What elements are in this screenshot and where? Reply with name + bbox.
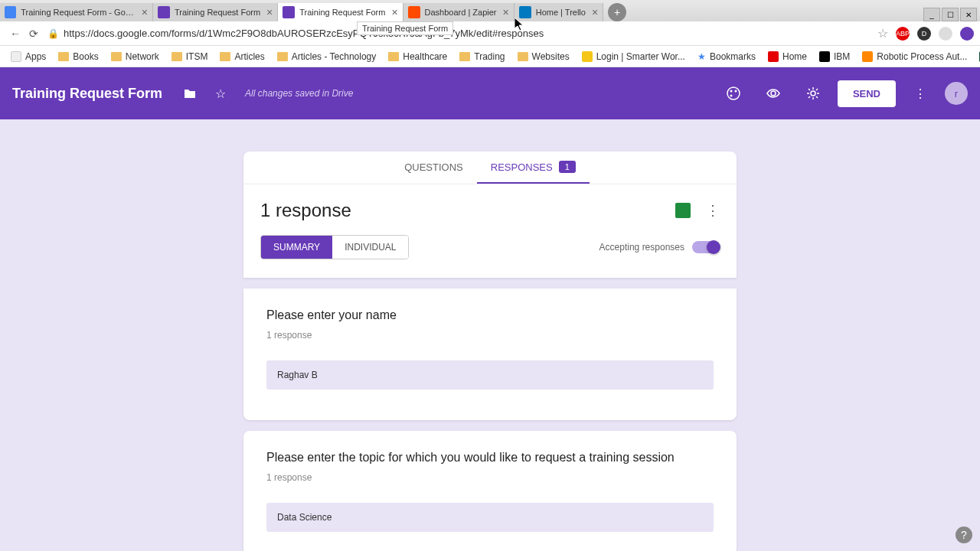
accepting-toggle[interactable] xyxy=(692,241,720,253)
forms-header: Training Request Form ☆ All changes save… xyxy=(0,67,980,119)
bookmark-item[interactable]: IBM xyxy=(815,50,854,64)
back-button[interactable]: ← xyxy=(6,24,24,43)
window-controls: _ ☐ ✕ xyxy=(923,8,980,21)
question-sub: 1 response xyxy=(266,330,714,341)
bookmark-item[interactable]: Healthcare xyxy=(384,50,452,64)
send-button[interactable]: SEND xyxy=(838,80,896,107)
browser-tab[interactable]: Training Request Form × xyxy=(153,3,278,21)
bookmark-item[interactable]: ★Bookmarks xyxy=(693,50,760,64)
form-tabs-card: QUESTIONS RESPONSES 1 xyxy=(243,152,737,184)
svg-point-3 xyxy=(730,95,732,97)
browser-tab-strip: Training Request Form - Google × Trainin… xyxy=(0,0,980,21)
bookmark-item[interactable]: Django Community xyxy=(975,50,980,64)
folder-icon xyxy=(58,52,69,61)
view-toggle: SUMMARY INDIVIDUAL xyxy=(260,235,409,259)
bookmark-item[interactable]: Books xyxy=(54,50,103,64)
settings-icon[interactable] xyxy=(804,84,822,103)
close-icon[interactable]: × xyxy=(385,6,397,18)
help-button[interactable]: ? xyxy=(956,527,972,543)
bookmark-item[interactable]: Websites xyxy=(513,50,574,64)
favicon-icon xyxy=(519,6,531,18)
site-icon xyxy=(768,51,779,62)
tab-questions[interactable]: QUESTIONS xyxy=(390,152,477,184)
url-text[interactable]: https://docs.google.com/forms/d/1Wmc2F9O… xyxy=(64,28,877,39)
tab-responses-label: RESPONSES xyxy=(491,161,553,173)
question-sub: 1 response xyxy=(266,472,714,483)
browser-tab-active[interactable]: Training Request Form × xyxy=(278,3,403,21)
question-title: Please enter the topic for which you wou… xyxy=(266,451,714,465)
answer-value: Raghav B xyxy=(266,360,714,390)
reload-button[interactable]: ⟳ xyxy=(24,24,43,43)
profile-icon[interactable] xyxy=(960,27,974,41)
site-icon xyxy=(819,51,830,62)
abp-icon[interactable]: ABP xyxy=(896,27,910,41)
bookmark-apps[interactable]: Apps xyxy=(6,50,51,64)
responses-header-card: 1 response ⋮ SUMMARY INDIVIDUAL Acceptin… xyxy=(243,184,737,278)
form-canvas: QUESTIONS RESPONSES 1 1 response ⋮ SUMMA… xyxy=(0,119,980,551)
summary-tab[interactable]: SUMMARY xyxy=(261,236,332,259)
close-icon[interactable]: × xyxy=(136,6,148,18)
maximize-button[interactable]: ☐ xyxy=(942,8,959,21)
save-status: All changes saved in Drive xyxy=(245,88,353,99)
ext-icon[interactable] xyxy=(939,27,952,41)
favicon-icon xyxy=(5,6,16,18)
new-tab-button[interactable]: + xyxy=(608,3,626,21)
bookmark-item[interactable]: Articles - Technology xyxy=(273,50,381,64)
minimize-button[interactable]: _ xyxy=(923,8,940,21)
browser-tab[interactable]: Home | Trello × xyxy=(514,3,603,21)
bookmark-item[interactable]: Trading xyxy=(455,50,509,64)
folder-icon xyxy=(220,52,230,61)
bookmark-item[interactable]: Login | Smarter Wor... xyxy=(577,50,690,64)
answer-value: Data Science xyxy=(266,503,714,532)
tab-title: Training Request Form xyxy=(175,8,260,17)
star-icon: ★ xyxy=(697,51,706,62)
avatar[interactable]: r xyxy=(945,82,968,105)
responses-badge: 1 xyxy=(559,161,576,173)
close-window-button[interactable]: ✕ xyxy=(960,8,977,21)
bookmark-item[interactable]: Robotic Process Aut... xyxy=(858,50,972,64)
favicon-icon xyxy=(158,6,170,18)
tab-tooltip: Training Request Form xyxy=(357,21,453,35)
form-title[interactable]: Training Request Form xyxy=(12,86,162,102)
sheets-icon[interactable] xyxy=(675,203,691,218)
question-card: Please enter the topic for which you wou… xyxy=(243,431,737,551)
cursor-icon xyxy=(514,18,525,31)
browser-tab[interactable]: Training Request Form - Google × xyxy=(0,3,153,21)
preview-icon[interactable] xyxy=(764,84,782,103)
browser-tab[interactable]: Dashboard | Zapier × xyxy=(403,3,514,21)
svg-point-2 xyxy=(734,90,737,93)
responses-count: 1 response xyxy=(260,200,675,221)
palette-icon[interactable] xyxy=(724,84,743,103)
apps-icon xyxy=(11,51,21,62)
tab-title: Dashboard | Zapier xyxy=(425,8,497,17)
more-icon[interactable]: ⋮ xyxy=(911,84,929,103)
folder-icon xyxy=(111,52,122,61)
bookmarks-bar: Apps Books Network ITSM Articles Article… xyxy=(0,46,980,67)
individual-tab[interactable]: INDIVIDUAL xyxy=(332,236,408,259)
favicon-icon xyxy=(408,6,420,18)
folder-icon xyxy=(459,52,470,61)
question-card: Please enter your name 1 response Raghav… xyxy=(243,289,737,420)
tab-title: Training Request Form - Google xyxy=(21,8,136,17)
bookmark-item[interactable]: Home xyxy=(763,50,812,64)
more-icon[interactable]: ⋮ xyxy=(706,202,720,219)
bookmark-item[interactable]: Network xyxy=(106,50,164,64)
close-icon[interactable]: × xyxy=(586,6,598,18)
close-icon[interactable]: × xyxy=(260,6,273,18)
folder-icon xyxy=(172,52,182,61)
bookmark-item[interactable]: Articles xyxy=(215,50,269,64)
svg-point-4 xyxy=(811,91,815,96)
close-icon[interactable]: × xyxy=(497,6,509,18)
folder-icon xyxy=(388,52,399,61)
ext-icon[interactable]: D xyxy=(917,27,931,41)
question-title: Please enter your name xyxy=(266,308,714,322)
star-icon[interactable]: ☆ xyxy=(211,84,230,103)
star-icon[interactable]: ☆ xyxy=(877,26,888,41)
switch-thumb xyxy=(707,240,720,254)
folder-icon xyxy=(277,52,288,61)
lock-icon: 🔒 xyxy=(47,28,59,39)
tab-responses[interactable]: RESPONSES 1 xyxy=(477,152,590,184)
folder-icon[interactable] xyxy=(181,84,199,103)
favicon-icon xyxy=(283,6,295,18)
bookmark-item[interactable]: ITSM xyxy=(167,50,213,64)
